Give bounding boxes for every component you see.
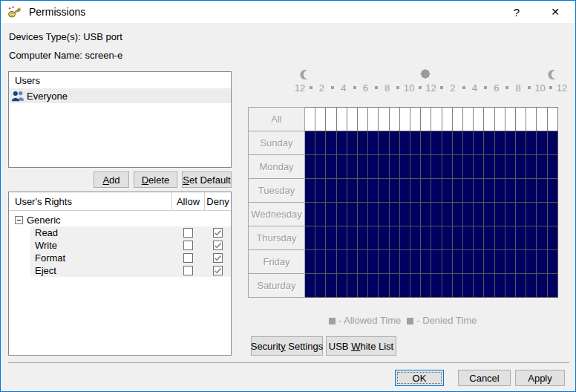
time-cell[interactable] <box>537 203 547 226</box>
time-cell[interactable] <box>453 226 463 250</box>
time-cell[interactable] <box>505 179 516 203</box>
time-cell[interactable] <box>337 226 347 250</box>
time-cell[interactable] <box>379 203 389 226</box>
time-cell[interactable] <box>390 155 400 179</box>
time-cell[interactable] <box>421 155 431 179</box>
time-cell[interactable] <box>474 203 484 226</box>
time-cell[interactable] <box>400 203 410 226</box>
time-cell[interactable] <box>347 179 358 203</box>
right-row-eject[interactable]: Eject <box>30 264 231 277</box>
time-cell[interactable] <box>431 179 442 203</box>
time-cell[interactable] <box>484 203 494 226</box>
time-cell[interactable] <box>463 250 474 274</box>
allow-checkbox-write[interactable] <box>183 241 193 250</box>
time-cell[interactable] <box>453 250 463 274</box>
time-cell[interactable] <box>358 179 368 203</box>
time-cell[interactable] <box>474 131 484 155</box>
time-cell[interactable] <box>305 155 315 179</box>
usb-white-list-button[interactable]: USB White List <box>326 336 396 356</box>
time-cell[interactable] <box>505 250 516 274</box>
time-cell[interactable] <box>505 108 516 131</box>
time-cell[interactable] <box>548 203 558 226</box>
time-cell[interactable] <box>484 131 494 155</box>
time-cell[interactable] <box>463 155 474 179</box>
time-cell[interactable] <box>516 108 526 131</box>
time-cell[interactable] <box>453 274 463 297</box>
apply-button[interactable]: Apply <box>515 370 565 386</box>
time-cell[interactable] <box>526 131 537 155</box>
time-cell[interactable] <box>347 131 358 155</box>
time-cell[interactable] <box>516 179 526 203</box>
time-cell[interactable] <box>548 108 558 131</box>
time-cell[interactable] <box>379 274 389 297</box>
time-cell[interactable] <box>315 179 326 203</box>
time-cell[interactable] <box>505 131 516 155</box>
time-cell[interactable] <box>516 155 526 179</box>
time-cell[interactable] <box>474 250 484 274</box>
day-button-tuesday[interactable]: Tuesday <box>248 178 305 203</box>
time-cell[interactable] <box>537 108 547 131</box>
time-cell[interactable] <box>431 250 442 274</box>
time-cell[interactable] <box>390 108 400 131</box>
time-cell[interactable] <box>347 203 358 226</box>
time-cell[interactable] <box>516 226 526 250</box>
time-cell[interactable] <box>442 131 453 155</box>
time-cell[interactable] <box>526 108 537 131</box>
time-cell[interactable] <box>516 203 526 226</box>
time-cell[interactable] <box>305 274 315 297</box>
time-cell[interactable] <box>474 226 484 250</box>
time-cell[interactable] <box>305 226 315 250</box>
time-cell[interactable] <box>410 250 421 274</box>
time-cell[interactable] <box>305 250 315 274</box>
time-cell[interactable] <box>421 250 431 274</box>
time-cell[interactable] <box>484 179 494 203</box>
collapse-minus-icon[interactable] <box>15 216 23 224</box>
time-cell[interactable] <box>453 108 463 131</box>
time-cell[interactable] <box>421 274 431 297</box>
time-cell[interactable] <box>358 250 368 274</box>
time-cell[interactable] <box>347 155 358 179</box>
time-cell[interactable] <box>368 203 379 226</box>
time-cell[interactable] <box>537 131 547 155</box>
time-cell[interactable] <box>379 108 389 131</box>
time-cell[interactable] <box>526 179 537 203</box>
deny-checkbox-write[interactable] <box>213 241 223 250</box>
time-cell[interactable] <box>505 226 516 250</box>
time-cell[interactable] <box>548 131 558 155</box>
close-button[interactable]: ✕ <box>535 1 575 23</box>
time-cell[interactable] <box>315 274 326 297</box>
time-cell[interactable] <box>516 250 526 274</box>
time-cell[interactable] <box>410 203 421 226</box>
time-cell[interactable] <box>379 179 389 203</box>
time-cell[interactable] <box>337 155 347 179</box>
time-cell[interactable] <box>463 226 474 250</box>
time-cell[interactable] <box>537 274 547 297</box>
time-cell[interactable] <box>526 155 537 179</box>
time-cell[interactable] <box>474 155 484 179</box>
time-cell[interactable] <box>484 226 494 250</box>
time-cell[interactable] <box>326 203 336 226</box>
allow-checkbox-read[interactable] <box>183 228 193 238</box>
time-cell[interactable] <box>337 108 347 131</box>
time-cell[interactable] <box>421 203 431 226</box>
time-cell[interactable] <box>495 131 505 155</box>
day-button-monday[interactable]: Monday <box>248 154 305 179</box>
time-cell[interactable] <box>431 108 442 131</box>
time-cell[interactable] <box>347 226 358 250</box>
time-cell[interactable] <box>400 274 410 297</box>
time-cell[interactable] <box>431 131 442 155</box>
time-cell[interactable] <box>442 226 453 250</box>
time-cell[interactable] <box>495 250 505 274</box>
cancel-button[interactable]: Cancel <box>458 370 511 386</box>
allow-checkbox-eject[interactable] <box>183 266 193 275</box>
day-button-sunday[interactable]: Sunday <box>248 131 305 155</box>
time-cell[interactable] <box>526 203 537 226</box>
time-cell[interactable] <box>337 131 347 155</box>
time-cell[interactable] <box>442 179 453 203</box>
time-cell[interactable] <box>516 131 526 155</box>
time-cell[interactable] <box>326 179 336 203</box>
time-cell[interactable] <box>484 250 494 274</box>
time-cell[interactable] <box>315 108 326 131</box>
time-cell[interactable] <box>390 179 400 203</box>
time-cell[interactable] <box>368 226 379 250</box>
